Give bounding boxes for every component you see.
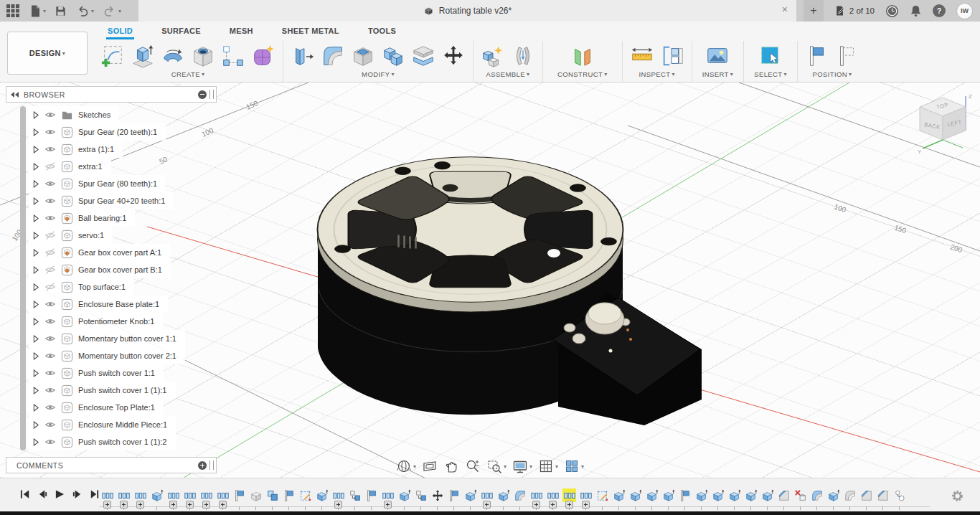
timeline-feature[interactable] [612,478,626,511]
timeline-feature[interactable] [249,478,263,511]
timeline-feature[interactable] [760,478,774,511]
timeline-feature[interactable] [595,478,609,511]
minimize-circle-icon[interactable] [198,90,207,99]
browser-scrollbar[interactable] [20,106,26,450]
timeline-feature-icon[interactable] [876,488,890,502]
panel-grip-handle[interactable] [209,90,214,99]
timeline-feature-icon[interactable] [595,488,609,502]
tool-icon[interactable] [804,42,831,70]
timeline-feature[interactable] [562,478,576,511]
group-dropdown[interactable]: CONSTRUCT▾ [557,70,608,78]
dropdown-caret-icon[interactable]: ▾ [118,8,121,14]
timeline-feature-icon[interactable] [282,488,296,502]
browser-item[interactable]: Top surface:1 [29,278,134,296]
file-icon[interactable]: ▾ [29,4,46,18]
tool-icon[interactable] [757,42,784,70]
timeline-feature-icon[interactable] [694,488,708,502]
group-dropdown[interactable]: CREATE▾ [171,70,205,78]
timeline-group-expand-button[interactable] [532,501,540,509]
expand-arrow-icon[interactable] [33,335,39,343]
timeline-feature[interactable] [628,478,642,511]
timeline-feature[interactable] [843,478,857,511]
timeline-feature[interactable] [117,478,131,511]
group-dropdown[interactable]: SELECT▾ [754,70,787,78]
browser-panel-header[interactable]: BROWSER [6,86,217,103]
viewport-canvas[interactable]: 150 100 50 100 100 150 200 [0,82,980,478]
visibility-eye-icon[interactable] [44,350,56,362]
timeline-group-expand-button[interactable] [483,501,491,509]
timeline-feature-icon[interactable] [843,488,857,502]
visibility-eye-icon[interactable] [44,143,56,155]
browser-item[interactable]: Enclosure Base plate:1 [29,296,168,313]
app-grid-icon[interactable] [6,4,20,18]
expand-arrow-icon[interactable] [33,111,39,119]
timeline-feature[interactable] [331,478,345,511]
timeline-feature-icon[interactable] [447,488,461,502]
zoom-icon[interactable] [465,458,481,474]
model-top-plate[interactable] [318,157,623,302]
browser-item[interactable]: Enclosure Top Plate:1 [29,399,164,416]
help-icon[interactable]: ? [933,4,946,17]
expand-arrow-icon[interactable] [33,352,39,360]
dropdown-caret-icon[interactable]: ▾ [555,463,558,470]
group-dropdown[interactable]: INSPECT▾ [639,70,674,78]
timeline-feature[interactable] [298,478,312,511]
go-to-start-button[interactable] [20,489,31,499]
timeline-feature-icon[interactable] [661,488,675,502]
group-dropdown[interactable]: INSERT▾ [702,70,734,78]
expand-arrow-icon[interactable] [33,180,39,188]
timeline-feature[interactable] [430,478,444,511]
timeline-group-expand-button[interactable] [582,501,590,509]
model-rotating-table[interactable] [318,157,702,425]
timeline-feature[interactable] [892,478,906,511]
dropdown-caret-icon[interactable]: ▾ [43,8,46,14]
timeline-feature[interactable] [447,478,461,511]
timeline-feature-icon[interactable] [249,488,263,502]
look-at-icon[interactable] [422,458,438,474]
timeline-group-expand-button[interactable] [219,501,227,509]
comments-panel-header[interactable]: COMMENTS [6,457,217,473]
tool-icon[interactable] [129,42,156,70]
browser-item-label[interactable]: Top surface:1 [78,283,126,291]
timeline-feature-icon[interactable] [430,488,444,502]
visibility-eye-icon[interactable] [44,419,56,430]
redo-icon[interactable]: ▾ [103,4,121,17]
timeline-feature[interactable] [150,478,164,511]
timeline-feature[interactable] [364,478,378,511]
timeline-group-expand-button[interactable] [136,501,144,509]
timeline-feature-icon[interactable] [645,488,659,502]
tool-icon[interactable] [319,42,347,70]
tool-icon[interactable] [509,42,537,70]
timeline-group-expand-button[interactable] [549,501,557,509]
dropdown-caret-icon[interactable]: ▾ [91,8,94,14]
tool-icon[interactable] [380,42,407,70]
timeline-feature-icon[interactable] [727,488,741,502]
browser-item-label[interactable]: Momentary button cover 2:1 [78,351,176,360]
timeline-feature[interactable] [463,478,477,511]
timeline-feature[interactable] [744,478,758,511]
display-settings-icon[interactable]: ▾ [512,458,532,474]
expand-arrow-icon[interactable] [33,369,39,377]
panel-grip-handle[interactable] [209,460,214,470]
browser-item-label[interactable]: servo:1 [78,231,104,240]
timeline-settings-gear-icon[interactable] [951,489,964,506]
browser-item-label[interactable]: Gear box cover part B:1 [78,265,162,274]
tool-icon[interactable] [189,42,217,70]
timeline-feature-icon[interactable] [628,488,642,502]
timeline-feature[interactable] [133,478,147,511]
timeline-feature[interactable] [876,478,890,511]
timeline-feature[interactable] [397,478,411,511]
recent-clock-icon[interactable] [885,4,899,18]
visibility-eye-icon[interactable] [44,109,56,121]
tool-icon[interactable] [834,42,861,70]
undo-icon[interactable]: ▾ [75,4,94,17]
timeline-feature[interactable] [711,478,725,511]
timeline-feature[interactable] [826,478,840,511]
timeline-feature-icon[interactable] [859,488,873,502]
timeline-group-expand-button[interactable] [103,501,111,509]
visibility-eye-icon[interactable] [44,333,56,344]
timeline-feature[interactable] [513,478,527,511]
browser-item-label[interactable]: Potentiometer Knob:1 [78,317,154,326]
visibility-eye-icon[interactable] [44,298,56,310]
window-zoom-icon[interactable]: ▾ [486,458,507,474]
